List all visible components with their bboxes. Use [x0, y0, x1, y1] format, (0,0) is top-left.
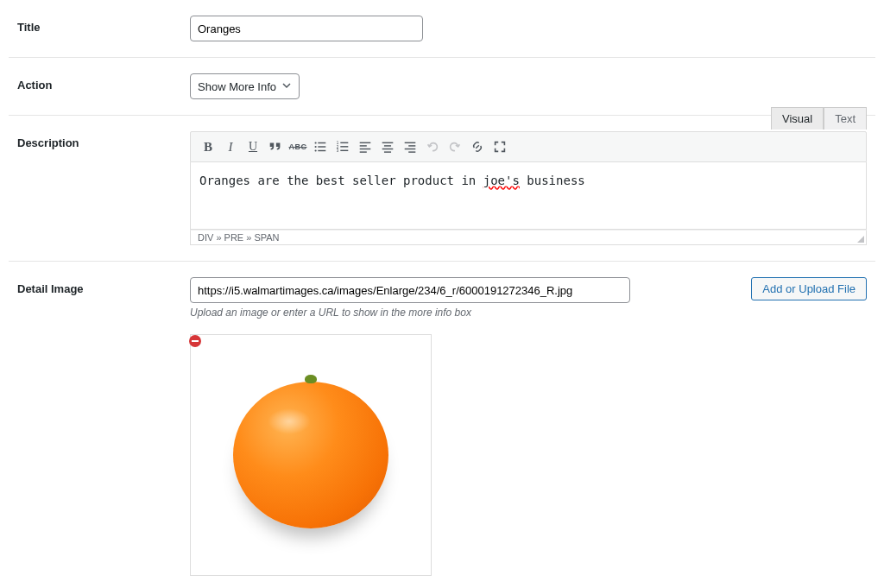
action-label: Action	[17, 73, 190, 92]
chevron-down-icon	[281, 80, 292, 93]
svg-rect-11	[340, 150, 348, 151]
title-label: Title	[17, 16, 190, 34]
editor-text-pre: Oranges are the best seller product in	[199, 174, 483, 187]
action-row: Action Show More Info	[9, 58, 875, 116]
svg-rect-1	[318, 142, 325, 143]
italic-button[interactable]: I	[220, 137, 241, 156]
redo-button[interactable]	[445, 137, 465, 156]
title-input[interactable]	[190, 16, 423, 41]
remove-image-icon[interactable]	[189, 335, 201, 347]
strikethrough-button[interactable]: ABC	[287, 137, 308, 156]
svg-rect-3	[318, 146, 325, 147]
image-hint: Upload an image or enter a URL to show i…	[190, 307, 867, 319]
editor-path: DIV » PRE » SPAN	[198, 232, 280, 243]
detail-image-row: Detail Image Add or Upload File Upload a…	[9, 262, 875, 588]
bullet-list-button[interactable]	[310, 137, 331, 156]
editor-statusbar: DIV » PRE » SPAN	[190, 230, 867, 245]
title-row: Title	[9, 0, 875, 58]
svg-rect-12	[360, 142, 371, 143]
editor-text-spellerror: joe's	[483, 174, 520, 187]
image-preview	[190, 334, 432, 576]
resize-handle[interactable]	[856, 234, 864, 243]
svg-rect-13	[360, 145, 367, 146]
editor-wrap: Visual Text B I U ABC 123 Oranges are th…	[190, 131, 867, 245]
add-upload-button[interactable]: Add or Upload File	[751, 277, 867, 300]
svg-rect-9	[340, 146, 348, 147]
detail-image-label: Detail Image	[17, 277, 190, 295]
preview-image	[233, 382, 388, 528]
detail-image-controls: Add or Upload File	[190, 277, 867, 303]
action-selected-text: Show More Info	[198, 80, 276, 93]
svg-rect-19	[384, 151, 391, 152]
action-select[interactable]: Show More Info	[190, 73, 300, 99]
description-row: Description Visual Text B I U ABC 123	[9, 116, 875, 262]
svg-rect-17	[384, 145, 391, 146]
bold-button[interactable]: B	[198, 137, 218, 156]
link-button[interactable]	[467, 137, 488, 156]
underline-button[interactable]: U	[243, 137, 263, 156]
svg-rect-23	[408, 151, 415, 152]
svg-point-2	[315, 146, 317, 148]
number-list-button[interactable]: 123	[332, 137, 353, 156]
svg-rect-22	[405, 149, 416, 149]
svg-rect-21	[408, 145, 415, 146]
align-left-button[interactable]	[355, 137, 376, 156]
tab-text[interactable]: Text	[824, 107, 867, 130]
description-label: Description	[17, 131, 190, 149]
undo-button[interactable]	[422, 137, 443, 156]
editor-content[interactable]: Oranges are the best seller product in j…	[190, 162, 867, 230]
action-field: Show More Info	[190, 73, 867, 99]
svg-rect-20	[405, 142, 416, 143]
detail-image-field: Add or Upload File Upload an image or en…	[190, 277, 867, 576]
tab-visual[interactable]: Visual	[771, 107, 824, 130]
svg-rect-7	[340, 142, 348, 143]
svg-rect-14	[360, 149, 371, 149]
editor-text-post: business	[520, 174, 585, 187]
svg-rect-5	[318, 150, 325, 151]
svg-rect-16	[382, 142, 394, 143]
description-field: Visual Text B I U ABC 123 Oranges are th…	[190, 131, 867, 245]
align-center-button[interactable]	[377, 137, 398, 156]
align-right-button[interactable]	[400, 137, 420, 156]
svg-point-0	[315, 142, 317, 143]
fullscreen-button[interactable]	[489, 137, 510, 156]
image-url-input[interactable]	[190, 277, 630, 303]
svg-point-4	[315, 149, 317, 151]
editor-toolbar: B I U ABC 123	[190, 131, 867, 162]
blockquote-button[interactable]	[265, 137, 286, 156]
svg-rect-15	[360, 151, 367, 152]
svg-rect-18	[382, 149, 394, 149]
editor-tabs: Visual Text	[771, 107, 867, 130]
svg-text:3: 3	[337, 149, 339, 153]
title-field	[190, 16, 867, 41]
